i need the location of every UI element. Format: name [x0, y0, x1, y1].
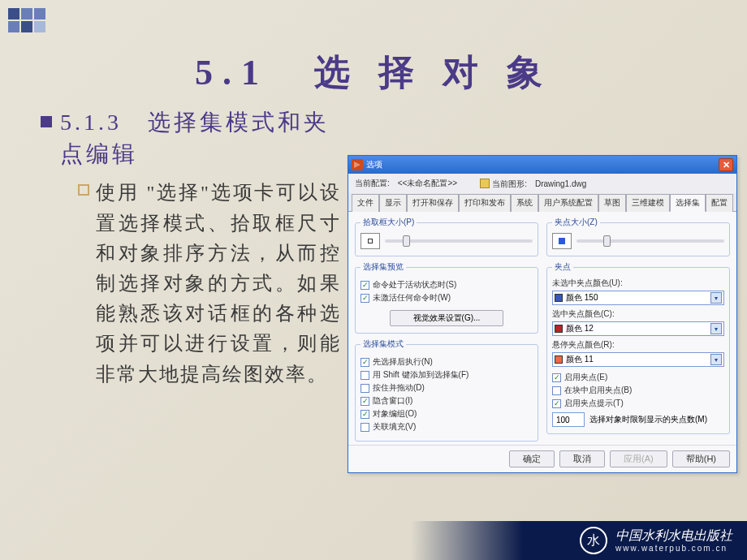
subhead-number: 5.1.3	[60, 110, 122, 135]
tab-2[interactable]: 打开和保存	[407, 194, 459, 212]
grip-limit-label: 选择对象时限制显示的夹点数(M)	[589, 414, 707, 425]
grips-legend: 夹点	[552, 261, 573, 273]
selection-preview-group: 选择集预览 命令处于活动状态时(S) 未激活任何命令时(W) 视觉效果设置(G)…	[355, 261, 538, 334]
checkbox-icon	[552, 373, 561, 382]
paragraph-text: 使用 "选择"选项卡可以设置选择模式、拾取框尺寸和对象排序方法，从而控制选择对象…	[96, 178, 341, 389]
mode-check-2[interactable]: 按住并拖动(D)	[361, 382, 533, 394]
enable-grip-tips-check[interactable]: 启用夹点提示(T)	[552, 398, 724, 409]
tab-0[interactable]: 文件	[352, 194, 379, 212]
mode-check-0[interactable]: 先选择后执行(N)	[361, 356, 533, 368]
grip-size-group: 夹点大小(Z)	[546, 217, 730, 256]
visual-effect-button[interactable]: 视觉效果设置(G)...	[390, 310, 503, 326]
hover-color-combo[interactable]: 颜色 11 ▾	[552, 352, 724, 367]
enable-grips-check[interactable]: 启用夹点(E)	[552, 372, 724, 383]
tab-8[interactable]: 选择集	[670, 194, 706, 212]
app-icon	[352, 159, 363, 170]
subheading: 5.1.3 选择集模式和夹点编辑	[41, 106, 341, 170]
slide-corner-decoration	[8, 8, 45, 32]
unselected-color-label: 未选中夹点颜色(U):	[552, 278, 724, 289]
footer-banner: 水 中国水利水电出版社 www.waterpub.com.cn	[0, 521, 747, 560]
checkbox-icon	[361, 281, 369, 290]
tab-4[interactable]: 系统	[511, 194, 538, 212]
color-swatch-icon	[555, 325, 563, 333]
unselected-color-combo[interactable]: 颜色 150 ▾	[552, 291, 724, 305]
ok-button[interactable]: 确定	[509, 450, 555, 467]
checkbox-icon	[361, 371, 369, 380]
mode-check-4[interactable]: 对象编组(O)	[361, 408, 533, 420]
preview-active-check[interactable]: 命令处于活动状态时(S)	[361, 279, 533, 291]
gripsize-slider[interactable]	[576, 239, 724, 243]
selected-color-label: 选中夹点颜色(C):	[552, 308, 724, 320]
pickbox-preview	[361, 233, 380, 249]
checkbox-icon	[361, 397, 369, 406]
publisher-name: 中国水利水电出版社	[615, 528, 732, 543]
checkbox-icon	[361, 384, 369, 393]
mode-check-3[interactable]: 隐含窗口(I)	[361, 395, 533, 407]
color-swatch-icon	[555, 355, 563, 364]
selection-mode-group: 选择集模式 先选择后执行(N)用 Shift 键添加到选择集(F)按住并拖动(D…	[355, 338, 538, 442]
publisher-logo-icon: 水	[580, 527, 607, 554]
help-button[interactable]: 帮助(H)	[672, 450, 730, 467]
checkbox-icon	[552, 386, 561, 395]
enable-grips-block-check[interactable]: 在块中启用夹点(B)	[552, 385, 724, 396]
current-drawing-value: Drawing1.dwg	[535, 179, 586, 188]
pickbox-size-group: 拾取框大小(P)	[355, 217, 538, 256]
chevron-down-icon: ▾	[710, 292, 722, 304]
cancel-button[interactable]: 取消	[559, 450, 605, 467]
mode-check-5[interactable]: 关联填充(V)	[361, 421, 533, 433]
preview-legend: 选择集预览	[361, 261, 406, 273]
current-config-value: <<未命名配置>>	[398, 179, 457, 187]
tab-6[interactable]: 草图	[598, 194, 626, 212]
grip-limit-input[interactable]: 100	[552, 412, 585, 427]
checkbox-icon	[361, 410, 369, 419]
pickbox-legend: 拾取框大小(P)	[361, 217, 417, 228]
grips-group: 夹点 未选中夹点颜色(U): 颜色 150 ▾ 选中夹点颜色(C): 颜色 12…	[546, 261, 730, 434]
gripsize-preview	[552, 233, 572, 249]
gripsize-legend: 夹点大小(Z)	[552, 217, 600, 228]
options-dialog: 选项 ✕ 当前配置: <<未命名配置>> 当前图形: Drawing1.dwg …	[348, 155, 737, 473]
checkbox-icon	[361, 294, 369, 303]
color-swatch-icon	[555, 294, 563, 302]
tab-1[interactable]: 显示	[379, 194, 407, 212]
mode-check-1[interactable]: 用 Shift 键添加到选择集(F)	[361, 369, 533, 381]
sub-bullet-icon	[78, 184, 89, 196]
current-drawing-label: 当前图形:	[492, 179, 527, 188]
chevron-down-icon: ▾	[710, 354, 722, 365]
checkbox-icon	[361, 358, 369, 367]
tab-9[interactable]: 配置	[706, 194, 733, 212]
drawing-icon	[480, 179, 490, 188]
pickbox-slider[interactable]	[385, 239, 533, 243]
tab-5[interactable]: 用户系统配置	[538, 194, 598, 212]
dialog-title: 选项	[366, 159, 719, 170]
mode-legend: 选择集模式	[361, 338, 406, 350]
tab-7[interactable]: 三维建模	[626, 194, 670, 212]
apply-button[interactable]: 应用(A)	[610, 450, 667, 467]
checkbox-icon	[361, 423, 369, 432]
preview-inactive-check[interactable]: 未激活任何命令时(W)	[361, 292, 533, 304]
chevron-down-icon: ▾	[710, 323, 722, 334]
dialog-titlebar[interactable]: 选项 ✕	[348, 156, 736, 174]
current-config-label: 当前配置:	[355, 179, 390, 187]
hover-color-label: 悬停夹点颜色(R):	[552, 339, 724, 351]
checkbox-icon	[552, 399, 561, 408]
close-icon[interactable]: ✕	[719, 158, 733, 171]
tab-3[interactable]: 打印和发布	[459, 194, 511, 212]
tab-bar: 文件显示打开和保存打印和发布系统用户系统配置草图三维建模选择集配置	[348, 193, 736, 212]
selected-color-combo[interactable]: 颜色 12 ▾	[552, 321, 724, 336]
publisher-url: www.waterpub.com.cn	[615, 544, 732, 554]
bullet-icon	[41, 116, 52, 127]
slide-title: 5.1 选 择 对 象	[0, 49, 747, 97]
